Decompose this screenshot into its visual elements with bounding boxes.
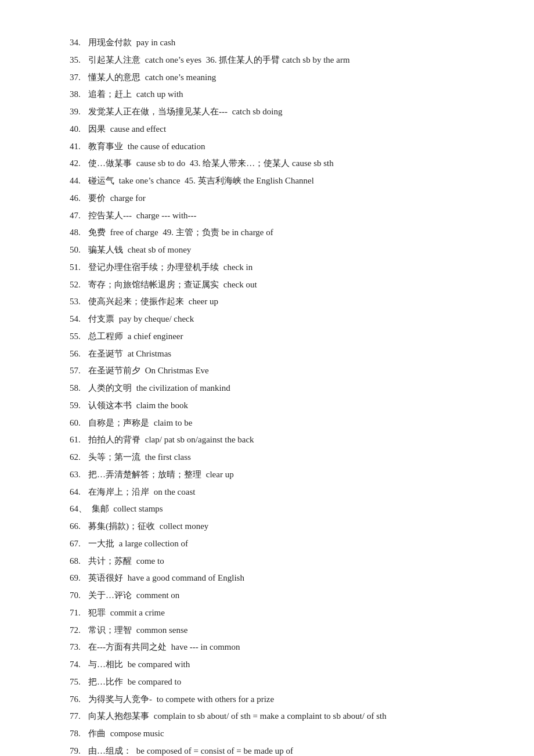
item-chinese: 引起某人注意 bbox=[88, 52, 143, 69]
list-item: 48. 免费 free of charge 49. 主管；负责 be in ch… bbox=[70, 225, 464, 241]
item-chinese: 共计；苏醒 bbox=[88, 553, 134, 570]
item-chinese: 把…比作 bbox=[88, 674, 125, 690]
item-number: 78. bbox=[70, 726, 88, 742]
item-number: 63. bbox=[70, 467, 88, 483]
item-number: 39. bbox=[70, 104, 88, 120]
item-english: claim to be bbox=[154, 415, 193, 431]
item-english: take one’s chance bbox=[119, 173, 181, 189]
item-english: pay in cash bbox=[136, 35, 175, 51]
item-extra: 43. 给某人带来…；使某人 cause sb sth bbox=[185, 156, 333, 172]
item-number: 35. bbox=[70, 52, 88, 69]
list-item: 37. 懂某人的意思 catch one’s meaning bbox=[70, 70, 464, 86]
item-number: 56. bbox=[70, 346, 88, 362]
item-number: 48. bbox=[70, 225, 88, 241]
item-chinese: 集邮 bbox=[92, 501, 111, 517]
list-item: 79. 由…组成： be composed of = consist of = … bbox=[70, 743, 464, 756]
item-chinese: 付支票 bbox=[88, 311, 117, 327]
item-number: 70. bbox=[70, 588, 88, 604]
item-chinese: 教育事业 bbox=[88, 139, 125, 155]
list-item: 39. 发觉某人正在做，当场撞见某人在--- catch sb doing bbox=[70, 104, 464, 120]
item-english: catch sb doing bbox=[232, 104, 283, 120]
item-english: compose music bbox=[110, 726, 164, 742]
item-number: 77. bbox=[70, 708, 88, 725]
item-english: be composed of = consist of = be made up… bbox=[136, 743, 293, 756]
item-number: 67. bbox=[70, 536, 88, 552]
list-item: 47. 控告某人--- charge --- with--- bbox=[70, 208, 464, 224]
item-chinese: 总工程师 bbox=[88, 329, 125, 345]
list-item: 56. 在圣诞节 at Christmas bbox=[70, 346, 464, 362]
item-chinese: 与…相比 bbox=[88, 657, 125, 673]
item-english: complain to sb about/ of sth = make a co… bbox=[154, 708, 387, 725]
item-english: clap/ pat sb on/against the back bbox=[145, 432, 254, 448]
item-chinese: 寄存；向旅馆结帐退房；查证属实 bbox=[88, 277, 221, 293]
list-item: 40. 因果 cause and effect bbox=[70, 121, 464, 138]
item-number: 51. bbox=[70, 260, 88, 276]
item-chinese: 由…组成： bbox=[88, 743, 134, 756]
item-chinese: 作曲 bbox=[88, 726, 108, 742]
item-number: 64、 bbox=[70, 501, 92, 517]
list-item: 35. 引起某人注意 catch one’s eyes 36. 抓住某人的手臂 … bbox=[70, 52, 464, 69]
list-item: 44. 碰运气 take one’s chance 45. 英吉利海峡 the … bbox=[70, 173, 464, 189]
item-number: 53. bbox=[70, 294, 88, 310]
item-english: catch up with bbox=[136, 87, 183, 103]
item-number: 47. bbox=[70, 208, 88, 224]
item-number: 75. bbox=[70, 674, 88, 690]
list-item: 34. 用现金付款 pay in cash bbox=[70, 35, 464, 51]
item-chinese: 控告某人--- bbox=[88, 208, 134, 224]
item-extra: 45. 英吉利海峡 the English Channel bbox=[181, 173, 314, 189]
list-item: 38. 追着；赶上 catch up with bbox=[70, 87, 464, 103]
item-chinese: 骗某人钱 bbox=[88, 242, 125, 258]
item-extra: 49. 主管；负责 be in charge of bbox=[158, 225, 273, 241]
list-item: 64、 集邮 collect stamps bbox=[70, 501, 464, 517]
item-chinese: 在圣诞节 bbox=[88, 346, 125, 362]
item-english: cheat sb of money bbox=[128, 242, 192, 258]
item-chinese: 把…弄清楚解答；放晴；整理 bbox=[88, 467, 204, 483]
item-chinese: 一大批 bbox=[88, 536, 117, 552]
item-number: 68. bbox=[70, 553, 88, 570]
item-number: 42. bbox=[70, 156, 88, 172]
item-number: 44. bbox=[70, 173, 88, 189]
list-item: 54. 付支票 pay by cheque/ check bbox=[70, 311, 464, 327]
item-chinese: 在海岸上；沿岸 bbox=[88, 484, 151, 501]
item-english: at Christmas bbox=[128, 346, 171, 362]
item-chinese: 追着；赶上 bbox=[88, 87, 134, 103]
item-chinese: 要价 bbox=[88, 190, 108, 207]
item-chinese: 头等；第一流 bbox=[88, 449, 143, 466]
item-english: free of charge bbox=[110, 225, 158, 241]
item-number: 50. bbox=[70, 242, 88, 258]
list-item: 61. 拍拍人的背脊 clap/ pat sb on/against the b… bbox=[70, 432, 464, 448]
item-english: to compete with others for a prize bbox=[157, 692, 274, 708]
item-chinese: 关于…评论 bbox=[88, 588, 134, 604]
list-item: 42. 使…做某事 cause sb to do 43. 给某人带来…；使某人 … bbox=[70, 156, 464, 172]
item-english: be compared to bbox=[128, 674, 181, 690]
item-number: 74. bbox=[70, 657, 88, 673]
item-english: be compared with bbox=[128, 657, 190, 673]
item-english: a chief engineer bbox=[128, 329, 183, 345]
item-english: the civilization of mankind bbox=[136, 380, 230, 397]
item-number: 64. bbox=[70, 484, 88, 501]
item-number: 40. bbox=[70, 121, 88, 138]
item-number: 79. bbox=[70, 743, 88, 756]
item-english: check in bbox=[223, 260, 252, 276]
item-english: a large collection of bbox=[119, 536, 188, 552]
list-item: 52. 寄存；向旅馆结帐退房；查证属实 check out bbox=[70, 277, 464, 293]
item-chinese: 向某人抱怨某事 bbox=[88, 708, 151, 725]
item-number: 69. bbox=[70, 570, 88, 586]
item-chinese: 在---方面有共同之处 bbox=[88, 639, 169, 656]
list-item: 58. 人类的文明 the civilization of mankind bbox=[70, 380, 464, 397]
list-item: 64. 在海岸上；沿岸 on the coast bbox=[70, 484, 464, 501]
item-english: commit a crime bbox=[110, 605, 165, 621]
list-item: 74. 与…相比 be compared with bbox=[70, 657, 464, 673]
item-chinese: 常识；理智 bbox=[88, 622, 134, 639]
item-number: 41. bbox=[70, 139, 88, 155]
item-chinese: 在圣诞节前夕 bbox=[88, 363, 143, 379]
item-number: 34. bbox=[70, 35, 88, 51]
item-chinese: 认领这本书 bbox=[88, 398, 134, 414]
list-item: 63. 把…弄清楚解答；放晴；整理 clear up bbox=[70, 467, 464, 483]
item-english: collect money bbox=[160, 519, 209, 535]
item-chinese: 用现金付款 bbox=[88, 35, 134, 51]
list-item: 66. 募集(捐款)；征收 collect money bbox=[70, 519, 464, 535]
item-english: claim the book bbox=[136, 398, 188, 414]
list-item: 50. 骗某人钱 cheat sb of money bbox=[70, 242, 464, 258]
item-english: come to bbox=[136, 553, 164, 570]
